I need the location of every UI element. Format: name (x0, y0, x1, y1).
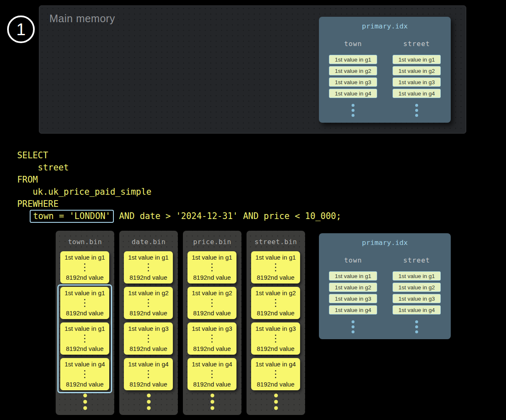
granule-block: 1st value in g3 8192nd value (124, 322, 173, 355)
vertical-ellipsis-icon (211, 299, 213, 307)
sql-line-prewhere: PREWHERE (17, 198, 341, 210)
bin-file-title: town.bin (56, 238, 114, 246)
index-mark: 1st value in g4 (393, 89, 441, 98)
vertical-ellipsis-icon (119, 394, 178, 410)
index-column-header: street (403, 256, 430, 264)
bin-file-street: street.bin 1st value in g1 8192nd value … (247, 231, 305, 415)
vertical-ellipsis-icon (84, 263, 85, 271)
granule-first-value: 1st value in g3 (192, 325, 232, 332)
granule-block: 1st value in g2 8192nd value (124, 287, 173, 319)
sql-query: SELECT street FROM uk.uk_price_paid_simp… (17, 149, 341, 222)
index-column-header: street (403, 40, 430, 48)
granule-last-value: 8192nd value (193, 345, 231, 352)
vertical-ellipsis-icon (275, 370, 276, 378)
bin-file-title: date.bin (119, 238, 178, 246)
granule-last-value: 8192nd value (257, 310, 294, 316)
index-mark: 1st value in g1 (329, 271, 377, 281)
vertical-ellipsis-icon (211, 263, 213, 271)
vertical-ellipsis-icon (415, 320, 418, 333)
index-mark: 1st value in g2 (393, 66, 441, 75)
index-mark: 1st value in g1 (393, 271, 441, 281)
index-column-header: town (344, 256, 362, 264)
granule-first-value: 1st value in g2 (192, 290, 232, 296)
vertical-ellipsis-icon (352, 320, 354, 333)
sql-line-select: SELECT (17, 149, 341, 162)
granule-last-value: 8192nd value (257, 345, 294, 352)
vertical-ellipsis-icon (56, 394, 114, 410)
granule-last-value: 8192nd value (193, 310, 231, 316)
granule-block: 1st value in g1 8192nd value (124, 251, 173, 283)
granule-first-value: 1st value in g1 (64, 290, 105, 296)
vertical-ellipsis-icon (148, 370, 149, 378)
granule-block: 1st value in g2 8192nd value (251, 287, 300, 319)
vertical-ellipsis-icon (415, 104, 418, 117)
index-mark: 1st value in g3 (329, 77, 377, 87)
granule-first-value: 1st value in g1 (64, 325, 105, 332)
bin-file-title: price.bin (183, 238, 241, 246)
granule-last-value: 8192nd value (66, 381, 103, 387)
bin-file-title: street.bin (247, 238, 305, 246)
granule-first-value: 1st value in g4 (255, 361, 296, 367)
vertical-ellipsis-icon (247, 394, 305, 410)
vertical-ellipsis-icon (275, 299, 276, 307)
index-column-street: street 1st value in g1 1st value in g2 1… (393, 256, 441, 333)
index-mark: 1st value in g4 (329, 89, 377, 98)
index-column-street: street 1st value in g1 1st value in g2 1… (393, 40, 441, 117)
index-mark: 1st value in g3 (393, 294, 441, 303)
index-mark: 1st value in g2 (393, 283, 441, 292)
granule-block: 1st value in g3 8192nd value (251, 322, 300, 355)
granule-first-value: 1st value in g3 (255, 325, 296, 332)
granule-last-value: 8192nd value (129, 274, 167, 281)
vertical-ellipsis-icon (84, 299, 85, 307)
granule-block: 1st value in g4 8192nd value (188, 358, 236, 390)
town-predicate-highlight: town = 'LONDON' (30, 210, 114, 223)
main-memory-panel: Main memory primary.idx town 1st value i… (39, 5, 466, 134)
main-memory-title: Main memory (49, 13, 115, 25)
granule-block: 1st value in g4 8192nd value (60, 358, 109, 390)
index-mark: 1st value in g2 (329, 283, 377, 292)
sql-line-table: uk.uk_price_paid_simple (17, 186, 341, 198)
index-mark: 1st value in g3 (329, 294, 377, 303)
predicate-rest: AND date > '2024-12-31' AND price < 10_0… (114, 211, 341, 221)
index-mark: 1st value in g3 (393, 77, 441, 87)
granule-last-value: 8192nd value (66, 310, 103, 316)
granule-last-value: 8192nd value (66, 345, 103, 352)
diagram-canvas: 1 Main memory primary.idx town 1st value… (0, 0, 506, 420)
granule-last-value: 8192nd value (129, 381, 167, 387)
index-column-town: town 1st value in g1 1st value in g2 1st… (329, 256, 377, 333)
granule-first-value: 1st value in g4 (128, 361, 169, 367)
granule-first-value: 1st value in g2 (128, 290, 169, 296)
granule-first-value: 1st value in g4 (64, 361, 105, 367)
sql-line-predicates: town = 'LONDON' AND date > '2024-12-31' … (17, 210, 341, 222)
granule-block: 1st value in g4 8192nd value (124, 358, 173, 390)
index-mark: 1st value in g4 (329, 305, 377, 314)
granule-last-value: 8192nd value (193, 274, 231, 281)
bin-file-town: town.bin 1st value in g1 8192nd value 1s… (56, 231, 114, 415)
vertical-ellipsis-icon (84, 370, 85, 378)
granule-block: 1st value in g3 8192nd value (188, 322, 236, 355)
index-mark: 1st value in g1 (393, 55, 441, 64)
step-number: 1 (16, 21, 26, 38)
granule-block: 1st value in g1 8192nd value (60, 287, 109, 319)
vertical-ellipsis-icon (148, 299, 149, 307)
step-number-badge: 1 (7, 15, 35, 43)
granule-last-value: 8192nd value (66, 274, 103, 281)
granule-last-value: 8192nd value (257, 381, 294, 387)
bin-file-date: date.bin 1st value in g1 8192nd value 1s… (119, 231, 178, 415)
bin-file-price: price.bin 1st value in g1 8192nd value 1… (183, 231, 241, 415)
primary-idx-title: primary.idx (319, 22, 451, 30)
vertical-ellipsis-icon (183, 394, 241, 410)
index-column-header: town (344, 40, 362, 48)
vertical-ellipsis-icon (211, 370, 213, 378)
granule-first-value: 1st value in g3 (128, 325, 169, 332)
sql-line-from: FROM (17, 174, 341, 186)
granule-last-value: 8192nd value (129, 310, 167, 316)
granule-first-value: 1st value in g1 (128, 254, 169, 260)
vertical-ellipsis-icon (148, 263, 149, 271)
granule-first-value: 1st value in g1 (192, 254, 232, 260)
primary-idx-panel-disk: primary.idx town 1st value in g1 1st val… (319, 233, 451, 339)
index-mark: 1st value in g4 (393, 305, 441, 314)
primary-idx-title: primary.idx (319, 239, 451, 247)
granule-first-value: 1st value in g1 (64, 254, 105, 260)
granule-block: 1st value in g1 8192nd value (251, 251, 300, 283)
